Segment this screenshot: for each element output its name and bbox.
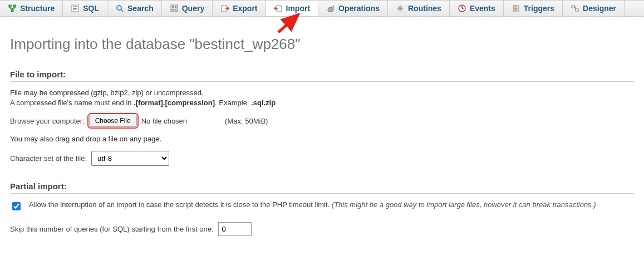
- tab-label: Routines: [408, 4, 441, 13]
- allow-text: Allow the interruption of an import in c…: [29, 200, 332, 209]
- svg-rect-12: [172, 9, 174, 11]
- tab-label: Triggers: [524, 4, 554, 13]
- tab-designer[interactable]: Designer: [563, 1, 625, 16]
- tab-label: Export: [233, 4, 257, 13]
- allow-interruption-text: Allow the interruption of an import in c…: [29, 200, 634, 209]
- tab-label: Structure: [20, 4, 55, 13]
- top-tabs: Structure SQL Search Query Export Import…: [0, 0, 644, 17]
- triggers-icon: [512, 4, 520, 13]
- designer-icon: [571, 4, 579, 13]
- file-section-heading: File to import:: [10, 70, 634, 82]
- export-icon: [220, 4, 229, 13]
- tab-sql[interactable]: SQL: [63, 1, 107, 16]
- help-line-2: A compressed file's name must end in .[f…: [10, 99, 634, 107]
- tab-label: Import: [286, 4, 311, 13]
- tab-query[interactable]: Query: [162, 1, 213, 16]
- tab-triggers[interactable]: Triggers: [504, 1, 563, 16]
- tab-label: SQL: [83, 4, 99, 13]
- page-title: Importing into the database "bestinct_wp…: [10, 36, 634, 53]
- svg-line-21: [398, 6, 399, 7]
- svg-line-22: [402, 10, 403, 11]
- help2-prefix: A compressed file's name must end in: [10, 99, 134, 107]
- sql-icon: [71, 4, 80, 13]
- tab-label: Operations: [338, 4, 380, 13]
- allow-italic: (This might be a good way to import larg…: [332, 200, 596, 209]
- svg-rect-0: [9, 5, 11, 7]
- browse-row: Browse your computer: Choose File No fil…: [10, 115, 634, 127]
- svg-rect-13: [175, 9, 176, 11]
- tab-label: Designer: [583, 4, 616, 13]
- svg-rect-11: [175, 6, 176, 8]
- help2-bold2: .sql.zip: [251, 99, 276, 107]
- max-size-text: (Max: 50MiB): [225, 117, 268, 125]
- svg-line-8: [121, 9, 123, 12]
- svg-line-23: [398, 10, 399, 11]
- browse-label: Browse your computer:: [10, 117, 85, 125]
- charset-label: Character set of the file:: [10, 154, 87, 163]
- svg-line-24: [402, 6, 403, 7]
- search-icon: [115, 4, 124, 13]
- operations-icon: [326, 4, 335, 13]
- query-icon: [170, 4, 179, 13]
- routines-icon: [396, 4, 405, 13]
- events-icon: [458, 4, 466, 13]
- tab-import[interactable]: Import: [266, 1, 319, 16]
- svg-rect-9: [171, 5, 178, 12]
- tab-routines[interactable]: Routines: [388, 1, 450, 16]
- svg-rect-29: [572, 6, 574, 8]
- tab-events[interactable]: Events: [450, 1, 504, 16]
- svg-rect-2: [11, 9, 13, 12]
- content-area: Importing into the database "bestinct_wp…: [0, 17, 644, 255]
- allow-interruption-row: Allow the interruption of an import in c…: [10, 200, 634, 212]
- structure-icon: [8, 4, 17, 13]
- svg-rect-4: [73, 6, 77, 7]
- svg-point-7: [117, 6, 121, 10]
- choose-file-button[interactable]: Choose File: [89, 115, 137, 127]
- svg-rect-5: [73, 8, 77, 9]
- tab-search[interactable]: Search: [107, 1, 162, 16]
- allow-interruption-checkbox[interactable]: [12, 202, 21, 210]
- partial-section-heading: Partial import:: [10, 181, 634, 194]
- tab-export[interactable]: Export: [213, 1, 266, 16]
- svg-rect-6: [73, 9, 76, 10]
- skip-label: Skip this number of queries (for SQL) st…: [10, 225, 214, 233]
- drag-hint: You may also drag and drop a file on any…: [10, 135, 634, 143]
- import-icon: [274, 4, 283, 13]
- skip-row: Skip this number of queries (for SQL) st…: [10, 222, 634, 236]
- tab-label: Search: [127, 4, 154, 13]
- svg-point-16: [399, 7, 402, 10]
- tab-operations[interactable]: Operations: [318, 1, 388, 16]
- tab-label: Events: [470, 4, 495, 13]
- help2-mid: . Example:: [215, 99, 251, 107]
- svg-rect-30: [576, 9, 578, 11]
- charset-row: Character set of the file: utf-8: [10, 151, 634, 166]
- help-line-1: File may be compressed (gzip, bzip2, zip…: [10, 89, 634, 97]
- charset-select[interactable]: utf-8: [91, 151, 169, 166]
- svg-rect-10: [172, 6, 174, 8]
- svg-rect-1: [13, 5, 16, 7]
- skip-queries-input[interactable]: [218, 222, 252, 236]
- tab-label: Query: [182, 4, 204, 13]
- help2-bold1: .[format].[compression]: [134, 99, 215, 107]
- no-file-chosen-text: No file chosen: [141, 117, 187, 125]
- tab-structure[interactable]: Structure: [0, 1, 63, 16]
